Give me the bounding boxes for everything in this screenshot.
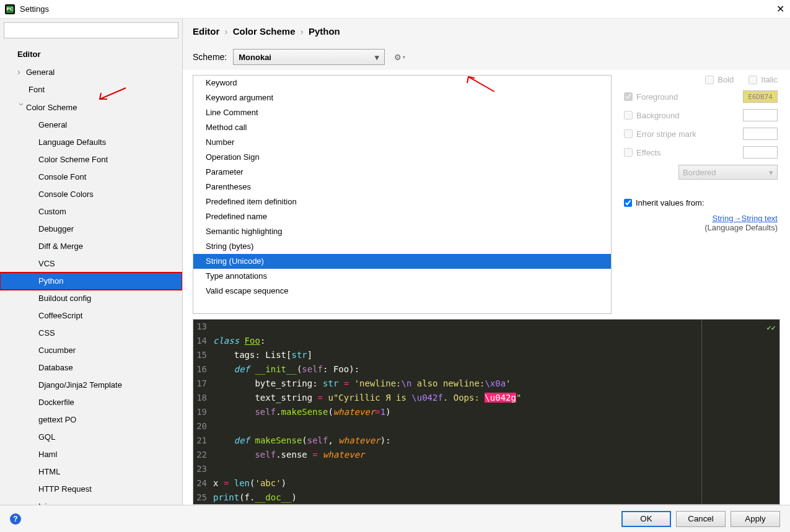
inherit-link[interactable]: String→String text bbox=[624, 214, 778, 223]
error-stripe-checkbox[interactable]: Error stripe mark bbox=[624, 129, 696, 139]
content-pane: Editor › Color Scheme › Python Scheme: M… bbox=[183, 19, 790, 505]
effects-type-select[interactable]: Bordered bbox=[678, 165, 778, 180]
tree-item[interactable]: gettext PO bbox=[0, 411, 182, 429]
error-stripe-swatch[interactable] bbox=[743, 128, 778, 140]
tree-item[interactable]: Font bbox=[0, 81, 182, 98]
foreground-checkbox[interactable]: Foreground bbox=[624, 92, 678, 102]
search-wrap: 🔍 ▾ bbox=[0, 19, 182, 42]
tree-item[interactable]: HTML bbox=[0, 463, 182, 481]
scheme-label: Scheme: bbox=[193, 52, 227, 62]
syntax-item[interactable]: Predefined name bbox=[193, 209, 611, 224]
tree-item[interactable]: Haml bbox=[0, 446, 182, 463]
syntax-item[interactable]: Keyword argument bbox=[193, 90, 611, 105]
sidebar: 🔍 ▾ EditorGeneralFontColor SchemeGeneral… bbox=[0, 19, 183, 505]
tree-item[interactable]: Console Colors bbox=[0, 186, 182, 203]
syntax-item[interactable]: Number bbox=[193, 135, 611, 150]
app-icon: PC bbox=[5, 4, 15, 14]
syntax-item[interactable]: Valid escape sequence bbox=[193, 284, 611, 299]
tree-item[interactable]: Language Defaults bbox=[0, 134, 182, 151]
code-preview: ✔✔ 13 14class Foo: 15 tags: List[str] 16… bbox=[193, 319, 780, 505]
window-title: Settings bbox=[20, 4, 775, 14]
tree-item[interactable]: Buildout config bbox=[0, 290, 182, 307]
footer: ? OK Cancel Apply bbox=[0, 505, 790, 532]
mid-pane: KeywordKeyword argumentLine CommentMetho… bbox=[183, 70, 790, 319]
tree-item[interactable]: Custom bbox=[0, 203, 182, 220]
titlebar: PC Settings ✕ bbox=[0, 0, 790, 19]
tree-item[interactable]: Cucumber bbox=[0, 342, 182, 359]
tree-item[interactable]: Console Font bbox=[0, 168, 182, 186]
help-icon[interactable]: ? bbox=[10, 513, 21, 525]
tree-item[interactable]: HTTP Request bbox=[0, 481, 182, 498]
inherit-checkbox[interactable]: Inherit values from: bbox=[624, 198, 778, 207]
syntax-item[interactable]: String (bytes) bbox=[193, 239, 611, 254]
tree-item[interactable]: Color Scheme Font bbox=[0, 151, 182, 168]
tree-item[interactable]: VCS bbox=[0, 255, 182, 273]
breadcrumb: Editor › Color Scheme › Python bbox=[183, 19, 790, 44]
close-icon[interactable]: ✕ bbox=[775, 4, 785, 14]
tree-item[interactable]: Dockerfile bbox=[0, 394, 182, 411]
syntax-item[interactable]: Parentheses bbox=[193, 180, 611, 194]
inherit-sub: (Language Defaults) bbox=[624, 223, 778, 232]
breadcrumb-sep: › bbox=[225, 26, 228, 37]
tree-item[interactable]: Debugger bbox=[0, 220, 182, 238]
tree-item[interactable]: GQL bbox=[0, 429, 182, 446]
settings-tree[interactable]: EditorGeneralFontColor SchemeGeneralLang… bbox=[0, 42, 182, 505]
syntax-item[interactable]: Line Comment bbox=[193, 105, 611, 120]
check-icon: ✔✔ bbox=[767, 323, 776, 332]
syntax-item[interactable]: String (Unicode) bbox=[193, 254, 611, 269]
search-input[interactable] bbox=[4, 22, 178, 38]
syntax-item[interactable]: Type annotations bbox=[193, 269, 611, 284]
effects-swatch[interactable] bbox=[743, 146, 778, 159]
tree-item[interactable]: General bbox=[0, 116, 182, 134]
apply-button[interactable]: Apply bbox=[731, 511, 780, 527]
scheme-select[interactable]: Monokai bbox=[233, 49, 385, 65]
syntax-item[interactable]: Keyword bbox=[193, 76, 611, 90]
breadcrumb-item[interactable]: Color Scheme bbox=[233, 26, 296, 37]
foreground-swatch[interactable]: E6DB74 bbox=[743, 90, 778, 103]
syntax-item[interactable]: Operation Sign bbox=[193, 150, 611, 165]
background-checkbox[interactable]: Background bbox=[624, 111, 679, 120]
tree-item[interactable]: Color Scheme bbox=[0, 98, 182, 116]
bold-checkbox[interactable]: Bold bbox=[705, 75, 734, 84]
tree-item[interactable]: Django/Jinja2 Template bbox=[0, 377, 182, 394]
syntax-item[interactable]: Parameter bbox=[193, 165, 611, 180]
options-panel: Bold Italic Foreground E6DB74 bbox=[621, 75, 780, 314]
syntax-list[interactable]: KeywordKeyword argumentLine CommentMetho… bbox=[193, 75, 612, 314]
syntax-item[interactable]: Method call bbox=[193, 120, 611, 135]
ok-button[interactable]: OK bbox=[621, 511, 671, 527]
breadcrumb-item[interactable]: Editor bbox=[193, 26, 219, 37]
scheme-row: Scheme: Monokai ⚙ bbox=[183, 44, 790, 70]
tree-item[interactable]: Database bbox=[0, 359, 182, 377]
tree-item[interactable]: Editor bbox=[0, 46, 182, 63]
tree-item[interactable]: CSS bbox=[0, 325, 182, 342]
syntax-item[interactable]: Predefined item definition bbox=[193, 194, 611, 209]
tree-item[interactable]: Diff & Merge bbox=[0, 238, 182, 255]
background-swatch[interactable] bbox=[743, 109, 778, 121]
tree-item[interactable]: Ini bbox=[0, 498, 182, 505]
scheme-value: Monokai bbox=[239, 53, 271, 62]
tree-item[interactable]: General bbox=[0, 63, 182, 81]
tree-item[interactable]: Python bbox=[0, 273, 182, 290]
gear-icon[interactable]: ⚙ bbox=[393, 51, 406, 63]
tree-item[interactable]: CoffeeScript bbox=[0, 307, 182, 325]
effects-checkbox[interactable]: Effects bbox=[624, 148, 661, 157]
main: 🔍 ▾ EditorGeneralFontColor SchemeGeneral… bbox=[0, 19, 790, 505]
italic-checkbox[interactable]: Italic bbox=[748, 75, 778, 84]
syntax-item[interactable]: Semantic highlighting bbox=[193, 224, 611, 239]
breadcrumb-sep: › bbox=[301, 26, 304, 37]
cancel-button[interactable]: Cancel bbox=[676, 511, 726, 527]
breadcrumb-item[interactable]: Python bbox=[309, 26, 340, 37]
